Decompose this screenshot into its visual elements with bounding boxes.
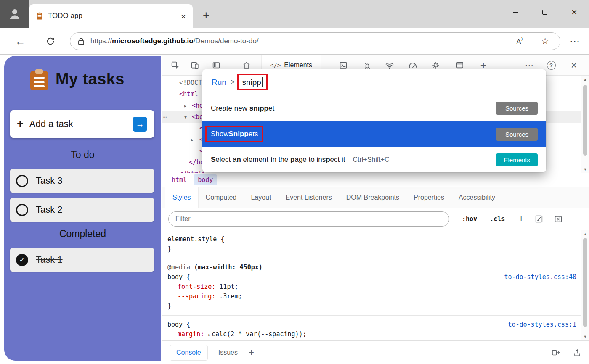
tab-layout[interactable]: Layout: [244, 187, 278, 208]
window-close-button[interactable]: ×: [560, 0, 589, 24]
favorites-star-icon[interactable]: ☆: [541, 36, 549, 46]
style-rule-body[interactable]: to-do-styles.css:1 body { margin: ▸calc(…: [162, 316, 581, 340]
closing-brace: }: [167, 244, 576, 254]
task-checkbox[interactable]: [16, 204, 28, 216]
styles-filter-bar: :hov .cls +: [162, 208, 589, 230]
selector-line: element.style {: [167, 235, 576, 244]
command-input[interactable]: snipp: [242, 78, 261, 87]
expand-value-icon[interactable]: ▸: [208, 332, 211, 338]
command-result-show-snippets[interactable]: Show Snippets Sources: [202, 121, 546, 147]
tab-properties[interactable]: Properties: [406, 187, 451, 208]
back-button[interactable]: ←: [13, 34, 28, 49]
computed-sidebar-toggle-icon[interactable]: [554, 215, 562, 223]
task-checkbox-checked[interactable]: ✓: [16, 254, 28, 266]
breadcrumb-html[interactable]: html: [167, 174, 191, 185]
arrow-right-icon: →: [136, 119, 144, 129]
rendering-emulation-icon[interactable]: [535, 215, 543, 223]
new-tab-button[interactable]: +: [199, 8, 213, 22]
annotation-box-show-snippets: Show Snippets: [205, 126, 263, 142]
shortcut-hint: Ctrl+Shift+C: [353, 156, 389, 164]
inspect-element-icon[interactable]: [167, 58, 183, 73]
command-result-create-snippet[interactable]: Create new snippet Sources: [202, 95, 546, 121]
tab-close-icon[interactable]: ×: [181, 12, 186, 21]
drawer-tab-console[interactable]: Console: [170, 345, 207, 360]
window-minimize-button[interactable]: [501, 0, 530, 24]
tab-dom-breakpoints[interactable]: DOM Breakpoints: [339, 187, 406, 208]
styles-filter-input[interactable]: [168, 211, 449, 227]
css-property[interactable]: font-size: 11pt;: [167, 282, 576, 292]
task-label: Task 2: [36, 204, 63, 215]
new-style-rule-icon[interactable]: +: [518, 214, 524, 224]
url-path: /Demos/demo-to-do/: [194, 37, 259, 45]
app-title: My tasks: [56, 70, 125, 88]
scroll-down-icon[interactable]: ▼: [581, 167, 589, 171]
closing-brace: }: [167, 301, 576, 311]
code-brackets-icon: </>: [270, 62, 281, 69]
tab-event-listeners[interactable]: Event Listeners: [278, 187, 339, 208]
task-item[interactable]: Task 3: [10, 169, 154, 193]
scroll-down-icon[interactable]: ▼: [581, 335, 589, 339]
tab-computed[interactable]: Computed: [199, 187, 244, 208]
browser-tabstrip: TODO app × + ×: [0, 0, 589, 28]
add-task-form[interactable]: + Add a task →: [10, 110, 154, 138]
stylesheet-link[interactable]: to-do-styles.css:40: [504, 272, 576, 282]
task-checkbox[interactable]: [16, 175, 28, 187]
scroll-up-icon[interactable]: ▲: [581, 77, 589, 82]
tab-favicon-icon: [36, 12, 43, 20]
elements-tab-label: Elements: [284, 61, 312, 69]
read-aloud-icon[interactable]: A): [516, 36, 523, 46]
style-rule-inline[interactable]: element.style { }: [162, 230, 581, 258]
open-quick-view-icon[interactable]: [551, 348, 560, 357]
url-bar-actions: A) ☆: [516, 36, 552, 46]
elements-badge: Elements: [496, 153, 538, 166]
minimize-icon: [513, 12, 518, 13]
help-icon[interactable]: ?: [544, 58, 559, 73]
expand-icon[interactable]: ▶: [184, 100, 187, 111]
scrollbar-thumb[interactable]: [583, 238, 587, 327]
stylesheet-link[interactable]: to-do-styles.css:1: [508, 320, 576, 330]
scrollbar-thumb[interactable]: [583, 85, 587, 156]
window-maximize-button[interactable]: [530, 0, 560, 24]
css-property[interactable]: margin: ▸calc(2 * var(--spacing));: [167, 330, 576, 340]
device-toolbar-icon[interactable]: [187, 58, 202, 73]
drawer-add-tab-icon[interactable]: +: [249, 347, 254, 358]
refresh-button[interactable]: [43, 34, 58, 49]
todo-app-panel: My tasks + Add a task → To do Task 3 Tas…: [4, 56, 161, 361]
tab-accessibility[interactable]: Accessibility: [451, 187, 502, 208]
css-property[interactable]: --spacing: .3rem;: [167, 292, 576, 301]
command-menu: Run > snipp Create new snippet Sources S…: [202, 69, 546, 172]
browser-tab-todo-app[interactable]: TODO app ×: [29, 4, 193, 28]
add-task-submit-button[interactable]: →: [133, 117, 147, 132]
drawer-tab-issues[interactable]: Issues: [218, 349, 238, 356]
more-actions-icon[interactable]: ⋯: [163, 111, 167, 123]
collapse-icon[interactable]: ▼: [184, 111, 187, 123]
url-domain: microsoftedge.github.io: [112, 37, 194, 45]
export-console-icon[interactable]: [573, 348, 581, 357]
command-menu-header: Run > snipp: [202, 69, 546, 95]
plus-icon: +: [17, 118, 24, 131]
command-result-inspect-element[interactable]: Select an element in the page to inspect…: [202, 147, 546, 172]
question-mark: ?: [547, 61, 556, 70]
breadcrumb-body[interactable]: body: [194, 174, 217, 185]
toggle-element-classes[interactable]: .cls: [490, 215, 505, 223]
elements-scrollbar[interactable]: ▲ ▼: [581, 76, 589, 173]
toggle-hover-state[interactable]: :hov: [462, 215, 477, 223]
styles-scrollbar[interactable]: ▲ ▼: [581, 230, 589, 340]
text-cursor: [262, 77, 263, 87]
profile-avatar[interactable]: [0, 0, 29, 28]
task-item[interactable]: Task 2: [10, 198, 154, 222]
browser-menu-icon[interactable]: ⋯: [567, 34, 582, 49]
scroll-up-icon[interactable]: ▲: [581, 232, 589, 236]
task-label: Task 1: [36, 254, 63, 265]
url-bar[interactable]: https://microsoftedge.github.io/Demos/de…: [70, 32, 560, 50]
tab-styles[interactable]: Styles: [165, 187, 199, 208]
expand-icon[interactable]: ▶: [191, 134, 194, 145]
devtools-close-icon[interactable]: ×: [566, 58, 581, 73]
devtools-panel: </> Elements + ⋯ ? ×: [162, 55, 589, 364]
task-item-completed[interactable]: ✓ Task 1: [10, 248, 154, 272]
command-mode-label: Run: [212, 78, 226, 87]
window-controls: ×: [501, 0, 589, 24]
breadcrumb: html body: [162, 173, 589, 187]
style-rule-media-body[interactable]: to-do-styles.css:40 @media (max-width: 4…: [162, 258, 581, 316]
tab-title: TODO app: [48, 12, 176, 20]
